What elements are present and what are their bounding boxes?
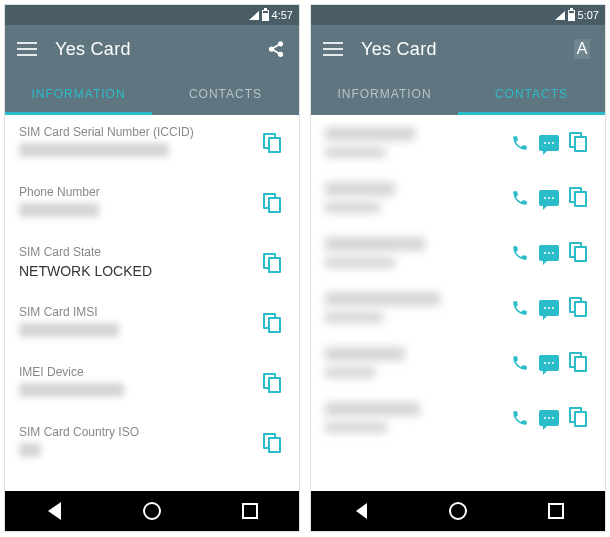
contact-actions bbox=[511, 242, 591, 264]
tabs: INFORMATION CONTACTS bbox=[311, 73, 605, 115]
info-value bbox=[19, 323, 263, 341]
battery-icon bbox=[262, 10, 269, 21]
phone-left: 4:57 Yes Card INFORMATION CONTACTS SIM C… bbox=[4, 4, 300, 532]
info-value bbox=[19, 203, 263, 221]
phone-right: 5:07 Yes Card A INFORMATION CONTACTS bbox=[310, 4, 606, 532]
nav-recent[interactable] bbox=[230, 497, 270, 525]
share-icon[interactable] bbox=[265, 38, 287, 60]
tab-information[interactable]: INFORMATION bbox=[311, 73, 458, 115]
svg-line-3 bbox=[273, 45, 279, 49]
sms-icon[interactable] bbox=[539, 135, 559, 151]
contact-row[interactable] bbox=[311, 170, 605, 225]
copy-icon[interactable] bbox=[263, 373, 285, 395]
tabs: INFORMATION CONTACTS bbox=[5, 73, 299, 115]
copy-icon[interactable] bbox=[569, 297, 591, 319]
status-bar: 4:57 bbox=[5, 5, 299, 25]
info-row: IMEI Device bbox=[5, 355, 299, 415]
info-value bbox=[19, 383, 263, 401]
tab-information[interactable]: INFORMATION bbox=[5, 73, 152, 115]
info-label: IMEI Device bbox=[19, 365, 263, 379]
right-badge-label: A bbox=[574, 39, 591, 59]
nav-home[interactable] bbox=[438, 497, 478, 525]
info-value bbox=[19, 143, 263, 161]
nav-back[interactable] bbox=[34, 497, 74, 525]
copy-icon[interactable] bbox=[569, 132, 591, 154]
copy-icon[interactable] bbox=[569, 187, 591, 209]
copy-icon[interactable] bbox=[263, 313, 285, 335]
info-label: SIM Card Country ISO bbox=[19, 425, 263, 439]
contact-row[interactable] bbox=[311, 115, 605, 170]
copy-icon[interactable] bbox=[263, 193, 285, 215]
info-row: Phone Number bbox=[5, 175, 299, 235]
copy-icon[interactable] bbox=[263, 253, 285, 275]
status-bar: 5:07 bbox=[311, 5, 605, 25]
contact-actions bbox=[511, 132, 591, 154]
phone-icon[interactable] bbox=[511, 354, 529, 372]
nav-bar bbox=[5, 491, 299, 531]
info-row: SIM Card IMSI bbox=[5, 295, 299, 355]
info-value bbox=[19, 443, 263, 461]
app-bar: Yes Card bbox=[5, 25, 299, 73]
phone-icon[interactable] bbox=[511, 134, 529, 152]
status-time: 5:07 bbox=[578, 9, 599, 21]
sms-icon[interactable] bbox=[539, 245, 559, 261]
copy-icon[interactable] bbox=[569, 352, 591, 374]
sms-icon[interactable] bbox=[539, 300, 559, 316]
info-row: SIM Card Country ISO bbox=[5, 415, 299, 475]
contact-row[interactable] bbox=[311, 280, 605, 335]
phone-icon[interactable] bbox=[511, 409, 529, 427]
contact-row[interactable] bbox=[311, 225, 605, 280]
nav-home[interactable] bbox=[132, 497, 172, 525]
nav-recent[interactable] bbox=[536, 497, 576, 525]
contact-actions bbox=[511, 407, 591, 429]
nav-back-keyboard[interactable] bbox=[340, 497, 380, 525]
copy-icon[interactable] bbox=[569, 407, 591, 429]
contact-actions bbox=[511, 352, 591, 374]
contact-info bbox=[325, 127, 503, 158]
info-value: NETWORK LOCKED bbox=[19, 263, 263, 281]
sms-icon[interactable] bbox=[539, 190, 559, 206]
contact-actions bbox=[511, 187, 591, 209]
info-label: Phone Number bbox=[19, 185, 263, 199]
information-content: SIM Card Serial Number (ICCID)Phone Numb… bbox=[5, 115, 299, 491]
signal-icon bbox=[249, 11, 259, 20]
contact-info bbox=[325, 347, 503, 378]
right-action[interactable]: A bbox=[571, 38, 593, 60]
signal-icon bbox=[555, 11, 565, 20]
info-label: SIM Card State bbox=[19, 245, 263, 259]
nav-bar bbox=[311, 491, 605, 531]
sms-icon[interactable] bbox=[539, 410, 559, 426]
app-bar: Yes Card A bbox=[311, 25, 605, 73]
info-label: SIM Card IMSI bbox=[19, 305, 263, 319]
info-label: SIM Card Serial Number (ICCID) bbox=[19, 125, 263, 139]
phone-icon[interactable] bbox=[511, 244, 529, 262]
svg-line-4 bbox=[273, 50, 279, 54]
contact-row[interactable] bbox=[311, 335, 605, 390]
copy-icon[interactable] bbox=[263, 133, 285, 155]
contact-info bbox=[325, 292, 503, 323]
info-row: SIM Card Serial Number (ICCID) bbox=[5, 115, 299, 175]
contact-info bbox=[325, 237, 503, 268]
copy-icon[interactable] bbox=[263, 433, 285, 455]
contact-info bbox=[325, 402, 503, 433]
menu-icon[interactable] bbox=[17, 42, 37, 56]
status-time: 4:57 bbox=[272, 9, 293, 21]
phone-icon[interactable] bbox=[511, 299, 529, 317]
copy-icon[interactable] bbox=[569, 242, 591, 264]
tab-contacts[interactable]: CONTACTS bbox=[152, 73, 299, 115]
phone-icon[interactable] bbox=[511, 189, 529, 207]
contacts-content bbox=[311, 115, 605, 491]
app-title: Yes Card bbox=[361, 39, 571, 60]
contact-row[interactable] bbox=[311, 390, 605, 445]
sms-icon[interactable] bbox=[539, 355, 559, 371]
battery-icon bbox=[568, 10, 575, 21]
contact-actions bbox=[511, 297, 591, 319]
menu-icon[interactable] bbox=[323, 42, 343, 56]
app-title: Yes Card bbox=[55, 39, 265, 60]
info-row: SIM Card StateNETWORK LOCKED bbox=[5, 235, 299, 295]
tab-contacts[interactable]: CONTACTS bbox=[458, 73, 605, 115]
contact-info bbox=[325, 182, 503, 213]
